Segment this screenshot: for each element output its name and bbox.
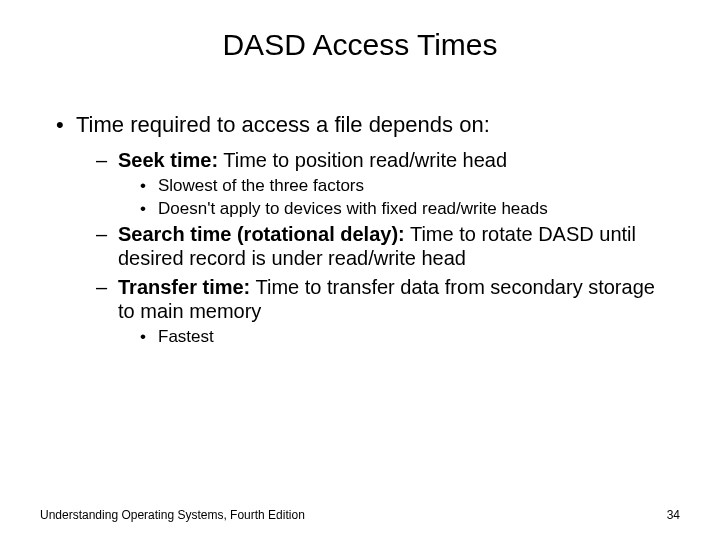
slide-title: DASD Access Times: [40, 28, 680, 62]
bullet-seek-sub2: Doesn't apply to devices with fixed read…: [54, 199, 666, 220]
seek-label: Seek time:: [118, 149, 218, 171]
bullet-transfer-sub1: Fastest: [54, 327, 666, 348]
search-label: Search time (rotational delay):: [118, 223, 405, 245]
slide-content: Time required to access a file depends o…: [40, 112, 680, 348]
slide: DASD Access Times Time required to acces…: [0, 0, 720, 540]
transfer-label: Transfer time:: [118, 276, 250, 298]
seek-text: Time to position read/write head: [218, 149, 507, 171]
bullet-search: Search time (rotational delay): Time to …: [54, 222, 666, 271]
bullet-main: Time required to access a file depends o…: [54, 112, 666, 138]
bullet-seek: Seek time: Time to position read/write h…: [54, 148, 666, 172]
bullet-seek-sub1: Slowest of the three factors: [54, 176, 666, 197]
footer: Understanding Operating Systems, Fourth …: [40, 508, 680, 522]
bullet-transfer: Transfer time: Time to transfer data fro…: [54, 275, 666, 324]
footer-left: Understanding Operating Systems, Fourth …: [40, 508, 305, 522]
page-number: 34: [667, 508, 680, 522]
